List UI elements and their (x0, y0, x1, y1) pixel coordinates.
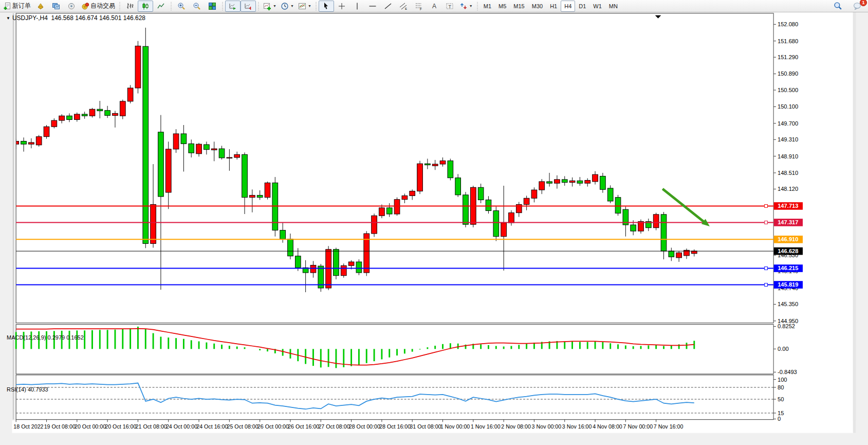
tf-h4-button[interactable]: H4 (561, 1, 575, 12)
tf-w1-button[interactable]: W1 (589, 1, 605, 12)
svg-text:F: F (420, 7, 422, 10)
indicators-button[interactable]: ▼ (261, 1, 279, 12)
candle-body (562, 180, 567, 183)
tile-windows-button[interactable] (205, 1, 220, 12)
candle-body (165, 149, 171, 192)
notifications-button[interactable]: 1 (849, 1, 865, 12)
time-tick-label: 24 Oct 00:00 (166, 423, 197, 430)
time-tick-label: 4 Nov 08:00 (593, 423, 622, 430)
candle-body (455, 178, 461, 195)
hline-marker[interactable] (765, 221, 768, 224)
bar-chart-button[interactable] (122, 1, 138, 12)
time-tick-label: 20 Oct 00:00 (75, 423, 106, 430)
equidistant-channel-button[interactable]: E (396, 1, 411, 12)
candle-body (432, 164, 438, 166)
time-tick-label: 18 Oct 2022 (13, 423, 43, 430)
templates-button[interactable]: ▼ (296, 1, 313, 12)
trendline-button[interactable] (380, 1, 396, 12)
candle-body (44, 127, 49, 136)
text-label-icon: T (446, 2, 454, 10)
webinar-button[interactable] (64, 1, 79, 12)
toolbar-grip (315, 2, 318, 10)
candle-body (151, 204, 156, 243)
arrows-button[interactable]: ▼ (457, 1, 475, 12)
line-chart-button[interactable] (153, 1, 169, 12)
chart-shift-button[interactable] (241, 1, 256, 12)
arrows-icon (459, 2, 468, 10)
cursor-button[interactable] (319, 1, 334, 12)
hline-marker[interactable] (765, 283, 768, 287)
hline-marker[interactable] (765, 205, 768, 208)
tf-m15-button[interactable]: M15 (510, 1, 528, 12)
toolbar-grip (118, 2, 121, 10)
fibonacci-button[interactable]: F (411, 1, 427, 12)
rsi-axis-label: 0 (778, 416, 781, 422)
candle-body (600, 176, 606, 189)
tf-m1-button[interactable]: M1 (480, 1, 495, 12)
charts-icon (52, 2, 60, 10)
candle-body (524, 198, 529, 204)
tf-h1-button[interactable]: H1 (546, 1, 561, 12)
tf-d1-button[interactable]: D1 (575, 1, 589, 12)
candle-body (555, 180, 560, 183)
candle-body (242, 154, 248, 197)
hline-price-label: 147.317 (778, 219, 798, 225)
time-tick-label: 26 Oct 00:00 (257, 423, 289, 430)
horizontal-line-button[interactable] (365, 1, 380, 12)
candle-body (669, 251, 674, 257)
zoom-in-button[interactable] (174, 1, 189, 12)
price-tick-label: 152.080 (778, 21, 798, 27)
zoom-out-button[interactable] (189, 1, 205, 12)
time-tick-label: 19 Oct 08:00 (44, 423, 76, 430)
svg-text:E: E (405, 7, 407, 10)
new-order-icon (3, 2, 11, 10)
candlestick-chart-button[interactable] (138, 1, 153, 12)
candle-body (379, 208, 385, 216)
indicators-dropdown-caret: ▼ (273, 4, 276, 8)
candle-body (135, 46, 141, 88)
time-tick-label: 24 Oct 16:00 (196, 423, 228, 430)
candle-body (257, 195, 263, 198)
vertical-line-button[interactable] (349, 1, 365, 12)
candle-body (158, 132, 164, 197)
candle-body (51, 120, 57, 127)
tf-m30-button[interactable]: M30 (528, 1, 546, 12)
periods-button[interactable]: ▼ (279, 1, 296, 12)
chart-canvas[interactable]: 152.080151.680151.290150.890150.500150.1… (0, 12, 868, 445)
auto-scroll-button[interactable] (225, 1, 241, 12)
candle-body (569, 181, 575, 182)
svg-text:T: T (448, 4, 451, 9)
market-watch-button[interactable] (33, 1, 48, 12)
toolbar-grip (257, 2, 260, 10)
tf-mn-button[interactable]: MN (605, 1, 621, 12)
candle-body (288, 239, 293, 256)
text-icon: A (430, 2, 438, 10)
price-tick-label: 148.120 (778, 186, 798, 192)
crosshair-button[interactable] (334, 1, 349, 12)
auto-trading-button[interactable]: 自动交易 (79, 1, 117, 12)
candle-body (97, 109, 103, 111)
templates-dropdown-caret: ▼ (308, 4, 311, 8)
time-tick-label: 28 Oct 16:00 (379, 423, 411, 430)
candle-body (531, 190, 537, 198)
price-tick-label: 150.100 (778, 103, 798, 110)
hline-price-label: 145.819 (778, 281, 798, 288)
candle-body (82, 114, 87, 116)
tf-m5-button[interactable]: M5 (495, 1, 510, 12)
search-button[interactable] (830, 1, 845, 12)
candle-body (691, 251, 697, 254)
candle-body (295, 256, 301, 268)
vertical-line-icon (353, 2, 361, 10)
macd-axis-label: 0.00 (778, 346, 789, 352)
candle-body (341, 265, 346, 275)
new-order-button[interactable]: 新订单 (1, 1, 33, 12)
hline-marker[interactable] (765, 267, 768, 270)
time-tick-label: 3 Nov 00:00 (532, 423, 562, 430)
charts-button[interactable] (48, 1, 64, 12)
text-label-button[interactable]: T (442, 1, 457, 12)
candle-body (547, 182, 552, 183)
market-watch-icon (36, 2, 45, 10)
text-button[interactable]: A (427, 1, 442, 12)
clock-icon (281, 2, 289, 10)
candle-body (143, 46, 149, 243)
